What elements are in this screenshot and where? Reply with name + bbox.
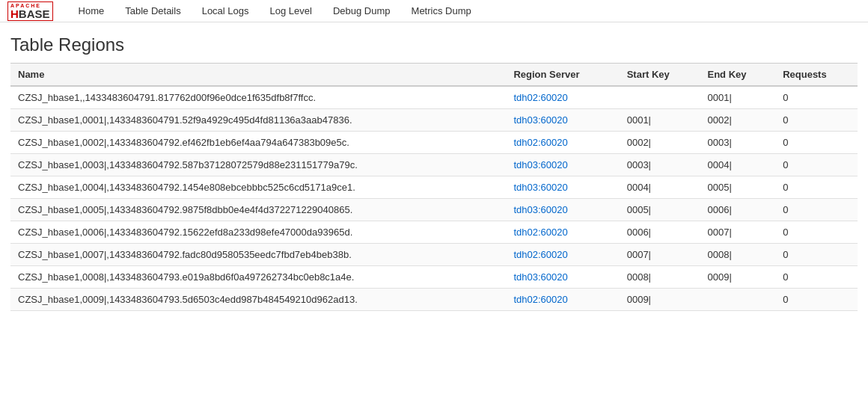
top-navigation: APACHE HBASE HomeTable DetailsLocal Logs… — [0, 0, 868, 22]
cell-end-key: 0009| — [700, 266, 775, 289]
table-body: CZSJ_hbase1,,1433483604791.817762d00f96e… — [10, 86, 858, 311]
region-server-link[interactable]: tdh03:60020 — [513, 114, 567, 126]
cell-name: CZSJ_hbase1,0004|,1433483604792.1454e808… — [10, 176, 506, 199]
region-server-link[interactable]: tdh02:60020 — [513, 249, 567, 260]
cell-end-key: 0002| — [700, 109, 775, 132]
cell-end-key: 0008| — [700, 244, 775, 266]
col-header-end-key: End Key — [700, 64, 775, 87]
cell-requests: 0 — [775, 109, 858, 132]
col-header-requests: Requests — [775, 64, 858, 87]
cell-name: CZSJ_hbase1,0006|,1433483604792.15622efd… — [10, 221, 506, 244]
cell-name: CZSJ_hbase1,0007|,1433483604792.fadc80d9… — [10, 244, 506, 266]
cell-region-server[interactable]: tdh02:60020 — [506, 244, 619, 266]
cell-region-server[interactable]: tdh03:60020 — [506, 154, 619, 176]
table-row: CZSJ_hbase1,0008|,1433483604793.e019a8bd… — [10, 266, 858, 289]
cell-requests: 0 — [775, 154, 858, 176]
cell-region-server[interactable]: tdh02:60020 — [506, 221, 619, 244]
table-row: CZSJ_hbase1,0001|,1433483604791.52f9a492… — [10, 109, 858, 132]
cell-end-key: 0003| — [700, 132, 775, 154]
col-header-name: Name — [10, 64, 506, 87]
table-regions-wrapper: NameRegion ServerStart KeyEnd KeyRequest… — [0, 63, 868, 311]
table-header: NameRegion ServerStart KeyEnd KeyRequest… — [10, 64, 858, 87]
cell-end-key: 0004| — [700, 154, 775, 176]
region-server-link[interactable]: tdh02:60020 — [513, 294, 567, 305]
cell-requests: 0 — [775, 132, 858, 154]
cell-name: CZSJ_hbase1,0002|,1433483604792.ef462fb1… — [10, 132, 506, 154]
table-row: CZSJ_hbase1,0005|,1433483604792.9875f8db… — [10, 199, 858, 221]
cell-start-key: 0004| — [620, 176, 700, 199]
cell-name: CZSJ_hbase1,0003|,1433483604792.587b3712… — [10, 154, 506, 176]
cell-region-server[interactable]: tdh02:60020 — [506, 289, 619, 311]
region-server-link[interactable]: tdh03:60020 — [513, 159, 567, 170]
region-server-link[interactable]: tdh02:60020 — [513, 92, 567, 103]
cell-requests: 0 — [775, 244, 858, 266]
region-server-link[interactable]: tdh02:60020 — [513, 227, 567, 238]
region-server-link[interactable]: tdh02:60020 — [513, 137, 567, 148]
cell-requests: 0 — [775, 176, 858, 199]
hbase-logo: APACHE HBASE — [7, 1, 53, 21]
cell-end-key: 0001| — [700, 86, 775, 109]
table-row: CZSJ_hbase1,0007|,1433483604792.fadc80d9… — [10, 244, 858, 266]
cell-start-key: 0006| — [620, 221, 700, 244]
nav-links: HomeTable DetailsLocal LogsLog LevelDebu… — [68, 0, 482, 22]
cell-start-key: 0002| — [620, 132, 700, 154]
nav-link-local-logs[interactable]: Local Logs — [192, 0, 260, 22]
cell-start-key: 0009| — [620, 289, 700, 311]
cell-region-server[interactable]: tdh02:60020 — [506, 86, 619, 109]
region-server-link[interactable]: tdh03:60020 — [513, 271, 567, 283]
cell-name: CZSJ_hbase1,,1433483604791.817762d00f96e… — [10, 86, 506, 109]
cell-region-server[interactable]: tdh03:60020 — [506, 199, 619, 221]
page-title: Table Regions — [10, 34, 858, 55]
table-row: CZSJ_hbase1,0002|,1433483604792.ef462fb1… — [10, 132, 858, 154]
page-title-area: Table Regions — [0, 22, 868, 63]
cell-region-server[interactable]: tdh03:60020 — [506, 266, 619, 289]
nav-link-debug-dump[interactable]: Debug Dump — [323, 0, 401, 22]
nav-link-home[interactable]: Home — [68, 0, 115, 22]
table-row: CZSJ_hbase1,0006|,1433483604792.15622efd… — [10, 221, 858, 244]
cell-requests: 0 — [775, 221, 858, 244]
table-row: CZSJ_hbase1,0004|,1433483604792.1454e808… — [10, 176, 858, 199]
cell-name: CZSJ_hbase1,0001|,1433483604791.52f9a492… — [10, 109, 506, 132]
cell-requests: 0 — [775, 289, 858, 311]
hbase-text: HBASE — [10, 8, 50, 19]
table-row: CZSJ_hbase1,0009|,1433483604793.5d6503c4… — [10, 289, 858, 311]
cell-start-key: 0005| — [620, 199, 700, 221]
cell-requests: 0 — [775, 86, 858, 109]
col-header-start-key: Start Key — [620, 64, 700, 87]
cell-start-key: 0007| — [620, 244, 700, 266]
cell-requests: 0 — [775, 199, 858, 221]
cell-name: CZSJ_hbase1,0009|,1433483604793.5d6503c4… — [10, 289, 506, 311]
cell-end-key: 0006| — [700, 199, 775, 221]
cell-start-key: 0008| — [620, 266, 700, 289]
cell-start-key: 0003| — [620, 154, 700, 176]
nav-link-table-details[interactable]: Table Details — [114, 0, 191, 22]
nav-link-log-level[interactable]: Log Level — [260, 0, 323, 22]
header-row: NameRegion ServerStart KeyEnd KeyRequest… — [10, 64, 858, 87]
cell-region-server[interactable]: tdh03:60020 — [506, 176, 619, 199]
col-header-region-server: Region Server — [506, 64, 619, 87]
table-row: CZSJ_hbase1,,1433483604791.817762d00f96e… — [10, 86, 858, 109]
cell-requests: 0 — [775, 266, 858, 289]
table-row: CZSJ_hbase1,0003|,1433483604792.587b3712… — [10, 154, 858, 176]
cell-start-key: 0001| — [620, 109, 700, 132]
region-server-link[interactable]: tdh03:60020 — [513, 204, 567, 215]
nav-link-metrics-dump[interactable]: Metrics Dump — [401, 0, 482, 22]
table-regions: NameRegion ServerStart KeyEnd KeyRequest… — [10, 63, 858, 311]
cell-name: CZSJ_hbase1,0005|,1433483604792.9875f8db… — [10, 199, 506, 221]
cell-region-server[interactable]: tdh03:60020 — [506, 109, 619, 132]
cell-end-key: 0007| — [700, 221, 775, 244]
cell-region-server[interactable]: tdh02:60020 — [506, 132, 619, 154]
cell-name: CZSJ_hbase1,0008|,1433483604793.e019a8bd… — [10, 266, 506, 289]
cell-end-key — [700, 289, 775, 311]
region-server-link[interactable]: tdh03:60020 — [513, 182, 567, 193]
cell-end-key: 0005| — [700, 176, 775, 199]
cell-start-key — [620, 86, 700, 109]
